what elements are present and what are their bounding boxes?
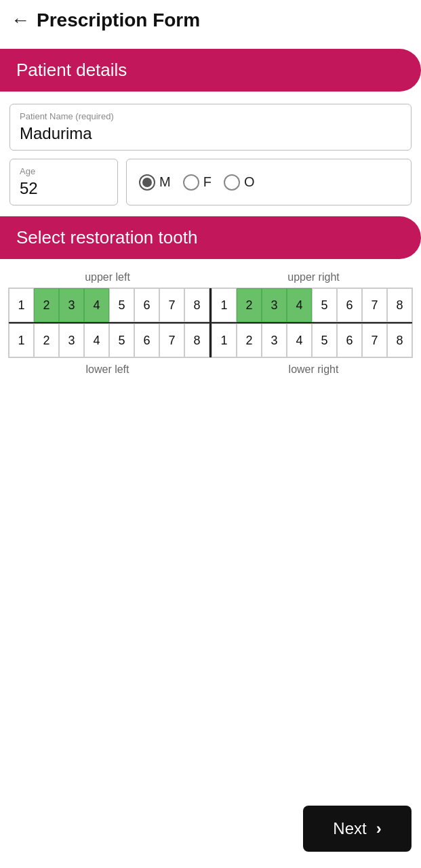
age-gender-row: Age 52 M F O (9, 159, 412, 205)
tooth-cell-7[interactable]: 7 (362, 288, 387, 322)
radio-o-outer (224, 174, 240, 191)
tooth-cell-4[interactable]: 4 (287, 288, 312, 322)
tooth-cell-1[interactable]: 1 (212, 323, 237, 357)
patient-fields: Patient Name (required) Madurima Age 52 … (0, 104, 421, 205)
next-arrow-icon: › (376, 819, 382, 838)
tooth-cell-4[interactable]: 4 (84, 323, 109, 357)
gender-option-m[interactable]: M (139, 174, 171, 191)
tooth-cell-4[interactable]: 4 (287, 323, 312, 357)
tooth-cell-3[interactable]: 3 (262, 323, 287, 357)
gender-option-f[interactable]: F (183, 174, 212, 191)
tooth-cell-3[interactable]: 3 (59, 288, 84, 322)
lower-left-teeth: 87654321 (9, 323, 209, 357)
top-quadrant-labels: upper left upper right (5, 271, 416, 283)
tooth-cell-6[interactable]: 6 (337, 288, 362, 322)
gender-o-label: O (244, 174, 255, 190)
gender-field: M F O (126, 159, 412, 205)
patient-section-label: Patient details (16, 60, 127, 80)
tooth-cell-6[interactable]: 6 (134, 288, 159, 322)
lower-row: 87654321 12345678 (9, 323, 412, 357)
lower-right-label: lower right (212, 363, 416, 376)
page-title: Prescription Form (37, 9, 200, 31)
lower-left-label: lower left (5, 363, 209, 376)
patient-name-field[interactable]: Patient Name (required) Madurima (9, 104, 412, 151)
bottom-quadrant-labels: lower left lower right (5, 363, 416, 376)
tooth-cell-3[interactable]: 3 (262, 288, 287, 322)
gender-option-o[interactable]: O (224, 174, 255, 191)
radio-f-outer (183, 174, 199, 191)
upper-right-label: upper right (212, 271, 416, 283)
tooth-cell-5[interactable]: 5 (312, 288, 337, 322)
lower-right-teeth: 12345678 (212, 323, 412, 357)
tooth-cell-8[interactable]: 8 (387, 323, 412, 357)
patient-name-label: Patient Name (required) (20, 111, 401, 121)
age-value: 52 (20, 179, 108, 198)
tooth-cell-5[interactable]: 5 (109, 288, 134, 322)
radio-m-inner (142, 178, 152, 187)
tooth-cell-8[interactable]: 8 (387, 288, 412, 322)
tooth-cell-1[interactable]: 1 (212, 288, 237, 322)
tooth-cell-3[interactable]: 3 (59, 323, 84, 357)
age-label: Age (20, 166, 108, 176)
tooth-cell-8[interactable]: 8 (184, 288, 209, 322)
radio-m-outer (139, 174, 155, 191)
tooth-chart: 87654321 12345678 87654321 12345678 (8, 288, 413, 358)
upper-row: 87654321 12345678 (9, 288, 412, 322)
tooth-cell-8[interactable]: 8 (184, 323, 209, 357)
tooth-section-label: Select restoration tooth (16, 227, 197, 248)
gender-m-label: M (159, 174, 171, 190)
tooth-cell-2[interactable]: 2 (237, 323, 262, 357)
gender-f-label: F (203, 174, 212, 190)
patient-name-value: Madurima (20, 124, 401, 143)
upper-left-label: upper left (5, 271, 209, 283)
tooth-cell-4[interactable]: 4 (84, 288, 109, 322)
upper-left-teeth: 87654321 (9, 288, 209, 322)
tooth-chart-area: upper left upper right 87654321 12345678… (0, 271, 421, 376)
header: ← Prescription Form (0, 0, 421, 41)
back-button[interactable]: ← (11, 9, 30, 31)
next-button-label: Next (333, 819, 366, 838)
tooth-cell-2[interactable]: 2 (34, 288, 59, 322)
tooth-cell-6[interactable]: 6 (134, 323, 159, 357)
next-button[interactable]: Next › (303, 806, 412, 852)
tooth-cell-1[interactable]: 1 (9, 288, 34, 322)
upper-right-teeth: 12345678 (212, 288, 412, 322)
back-arrow-icon: ← (11, 9, 30, 31)
tooth-cell-2[interactable]: 2 (237, 288, 262, 322)
next-button-container: Next › (303, 806, 412, 852)
tooth-cell-7[interactable]: 7 (159, 323, 184, 357)
tooth-cell-7[interactable]: 7 (159, 288, 184, 322)
tooth-cell-1[interactable]: 1 (9, 323, 34, 357)
tooth-cell-6[interactable]: 6 (337, 323, 362, 357)
tooth-cell-5[interactable]: 5 (109, 323, 134, 357)
tooth-cell-5[interactable]: 5 (312, 323, 337, 357)
tooth-section-header: Select restoration tooth (0, 216, 421, 259)
patient-section-header: Patient details (0, 49, 421, 92)
age-field[interactable]: Age 52 (9, 159, 118, 205)
tooth-cell-7[interactable]: 7 (362, 323, 387, 357)
tooth-cell-2[interactable]: 2 (34, 323, 59, 357)
